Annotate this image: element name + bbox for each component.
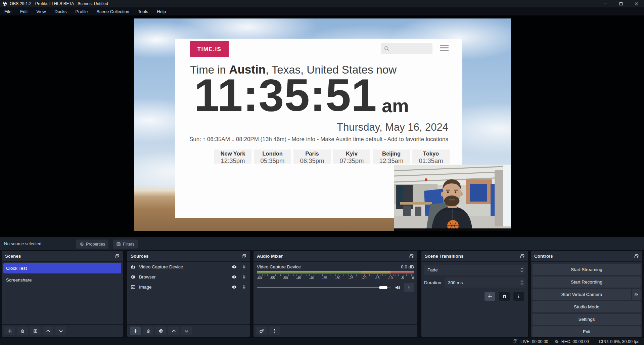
audio-mixer-menu-button[interactable] — [269, 327, 280, 335]
sources-panel: Sources Video Capture Device Browser — [127, 251, 250, 337]
visibility-eye-icon[interactable] — [231, 264, 237, 270]
program-video-frame[interactable]: TIME.IS Time in Austin, Texas, United St… — [134, 18, 511, 231]
image-icon — [131, 285, 136, 290]
scene-filters-button[interactable] — [30, 327, 41, 335]
filters-button[interactable]: Filters — [113, 240, 138, 249]
lock-icon[interactable] — [242, 285, 246, 289]
gear-icon — [79, 242, 84, 247]
scenes-header[interactable]: Scenes — [2, 251, 123, 262]
menu-view[interactable]: View — [32, 7, 50, 15]
remove-transition-button[interactable] — [499, 292, 510, 301]
window-title: OBS 29.1.2 - Profile: LLHLS BETA - Scene… — [10, 1, 108, 6]
menu-file[interactable]: File — [0, 7, 16, 15]
lock-icon[interactable] — [242, 274, 246, 279]
obs-window: OBS 29.1.2 - Profile: LLHLS BETA - Scene… — [0, 0, 644, 345]
start-virtual-camera-button[interactable]: Start Virtual Camera — [533, 289, 631, 300]
city-cell: Paris06:35pm — [293, 149, 331, 164]
globe-icon — [131, 274, 136, 279]
minimize-button[interactable] — [598, 0, 613, 7]
move-scene-down-button[interactable] — [55, 327, 66, 335]
world-clock-row: New York12:35pm London05:35pm Paris06:35… — [214, 149, 450, 164]
source-item-browser[interactable]: Browser — [127, 272, 250, 282]
visibility-eye-icon[interactable] — [231, 284, 237, 290]
menu-scene-collection[interactable]: Scene Collection — [92, 7, 134, 15]
mixer-channel-menu-button[interactable] — [404, 283, 414, 292]
obs-logo-icon — [2, 1, 7, 6]
transition-select[interactable]: Fade — [424, 265, 525, 275]
rec-time-label: REC: 00:00:00 — [561, 339, 589, 344]
visibility-eye-icon[interactable] — [231, 274, 237, 280]
virtual-camera-settings-button[interactable] — [632, 289, 641, 300]
scene-item-screenshare[interactable]: Screenshare — [3, 275, 121, 285]
maximize-button[interactable] — [613, 0, 629, 7]
scene-transitions-title: Scene Transitions — [425, 254, 464, 259]
exit-button[interactable]: Exit — [533, 326, 641, 337]
lock-icon[interactable] — [242, 264, 246, 269]
dock-area: Scenes Clock Test Screenshare Sources — [0, 250, 644, 338]
scene-item-clock-test[interactable]: Clock Test — [3, 263, 121, 273]
start-streaming-button[interactable]: Start Streaming — [533, 264, 641, 275]
controls-header[interactable]: Controls — [531, 251, 642, 262]
sources-toolbar — [127, 324, 250, 337]
scenes-title: Scenes — [5, 254, 21, 259]
transition-properties-button[interactable] — [513, 292, 524, 301]
remove-scene-button[interactable] — [17, 327, 28, 335]
chevron-up-down-icon[interactable] — [518, 265, 525, 275]
city-cell: London05:35pm — [254, 149, 291, 164]
city-cell: Tokyo01:35am — [412, 149, 450, 164]
audio-mixer-title: Audio Mixer — [257, 254, 283, 259]
menu-edit[interactable]: Edit — [16, 7, 32, 15]
add-transition-button[interactable] — [485, 292, 495, 301]
source-item-video-capture[interactable]: Video Capture Device — [127, 262, 250, 272]
scene-transitions-header[interactable]: Scene Transitions — [421, 251, 528, 262]
popout-icon[interactable] — [634, 254, 639, 259]
volume-slider-handle[interactable] — [379, 286, 387, 289]
menu-tools[interactable]: Tools — [134, 7, 152, 15]
move-source-down-button[interactable] — [181, 327, 192, 335]
properties-button[interactable]: Properties — [76, 240, 108, 249]
close-button[interactable] — [629, 0, 644, 7]
timeis-logo: TIME.IS — [190, 41, 229, 57]
camera-icon — [131, 264, 136, 269]
source-status-text: No source selected — [4, 241, 41, 246]
more-info-link: More info — [291, 136, 315, 143]
spinner-arrows-icon[interactable] — [518, 277, 525, 288]
menu-docks[interactable]: Docks — [50, 7, 71, 15]
search-icon — [384, 46, 389, 51]
city-cell: Kyiv07:35pm — [333, 149, 370, 164]
audio-mixer-panel: Audio Mixer Video Capture Device 0.0 dB … — [254, 251, 417, 337]
move-scene-up-button[interactable] — [43, 327, 53, 335]
popout-icon[interactable] — [520, 254, 525, 259]
move-source-up-button[interactable] — [168, 327, 179, 335]
source-properties-button[interactable] — [155, 327, 166, 335]
sources-header[interactable]: Sources — [127, 251, 250, 262]
menu-profile[interactable]: Profile — [71, 7, 92, 15]
studio-mode-button[interactable]: Studio Mode — [533, 301, 641, 312]
advanced-audio-properties-button[interactable] — [256, 327, 267, 335]
popout-icon[interactable] — [409, 254, 414, 259]
source-item-image[interactable]: Image — [127, 282, 250, 292]
filter-icon — [116, 242, 121, 247]
meter-tickmarks — [257, 274, 414, 276]
sun-info-line: Sun: ↑ 06:35AM ↓ 08:20PM (13h 46m) - Mor… — [189, 136, 448, 143]
scenes-panel: Scenes Clock Test Screenshare — [2, 251, 123, 337]
remove-source-button[interactable] — [143, 327, 153, 335]
source-toolbar: No source selected Properties Filters — [0, 237, 644, 250]
add-source-button[interactable] — [130, 327, 141, 335]
preview-canvas[interactable]: TIME.IS Time in Austin, Texas, United St… — [0, 15, 644, 237]
title-bar[interactable]: OBS 29.1.2 - Profile: LLHLS BETA - Scene… — [0, 0, 644, 7]
speaker-icon[interactable] — [395, 285, 401, 291]
settings-button[interactable]: Settings — [533, 314, 641, 325]
controls-panel: Controls Start Streaming Start Recording… — [531, 251, 642, 337]
webcam-overlay[interactable] — [394, 165, 511, 231]
popout-icon[interactable] — [114, 254, 120, 259]
start-recording-button[interactable]: Start Recording — [533, 276, 641, 288]
duration-spinbox[interactable]: 300 ms — [445, 277, 525, 288]
add-scene-button[interactable] — [4, 327, 15, 335]
audio-mixer-header[interactable]: Audio Mixer — [254, 251, 417, 262]
menu-help[interactable]: Help — [152, 7, 170, 15]
popout-icon[interactable] — [241, 254, 246, 259]
search-input — [381, 43, 432, 54]
menu-bar: File Edit View Docks Profile Scene Colle… — [0, 7, 644, 15]
volume-slider[interactable] — [257, 286, 391, 289]
